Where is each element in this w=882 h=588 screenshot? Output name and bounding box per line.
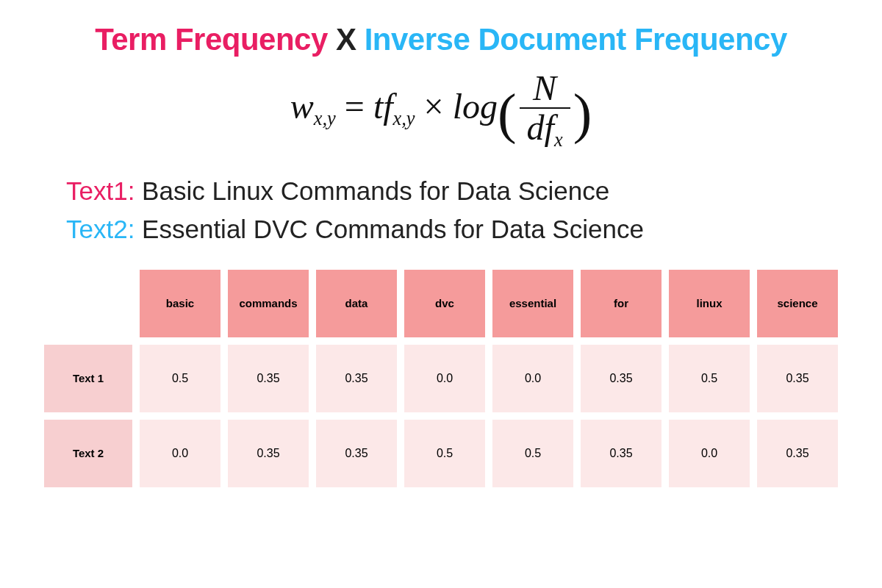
formula-frac-den: dfx: [520, 109, 570, 150]
table-cell: 0.0: [492, 345, 573, 412]
table-row-label: Text 1: [44, 345, 132, 412]
table-cell: 0.35: [228, 345, 309, 412]
page-title: Term Frequency X Inverse Document Freque…: [29, 22, 853, 57]
formula-eq: =: [336, 87, 373, 126]
table-column-header: data: [316, 270, 397, 337]
title-part-tf: Term Frequency: [95, 22, 328, 57]
table-cell: 0.35: [228, 420, 309, 487]
formula-frac-num: N: [520, 71, 570, 109]
table-cell: 0.5: [140, 345, 220, 412]
table-cell: 0.5: [404, 420, 485, 487]
table-column-header: basic: [140, 270, 220, 337]
table-cell: 0.0: [669, 420, 750, 487]
table-column-header: for: [581, 270, 662, 337]
table-row-label: Text 2: [44, 420, 132, 487]
formula-close-paren: ): [573, 82, 592, 145]
example-text-2: Text2: Essential DVC Commands for Data S…: [66, 210, 853, 249]
table-cell: 0.35: [316, 345, 397, 412]
table-cell: 0.35: [757, 420, 838, 487]
tfidf-table: basiccommandsdatadvcessentialforlinuxsci…: [44, 270, 838, 487]
table-column-header: linux: [669, 270, 750, 337]
table-column-header: commands: [228, 270, 309, 337]
example-texts: Text1: Basic Linux Commands for Data Sci…: [66, 172, 853, 249]
formula-tf-var: tf: [373, 87, 393, 126]
formula-times: ×: [415, 87, 453, 126]
formula-tf-sub: x,y: [393, 107, 415, 129]
table-cell: 0.0: [140, 420, 220, 487]
formula-open-paren: (: [498, 82, 517, 145]
text2-label: Text2:: [66, 215, 135, 243]
table-cell: 0.35: [581, 420, 662, 487]
title-separator: X: [328, 22, 365, 57]
text2-content: Essential DVC Commands for Data Science: [135, 215, 644, 243]
text1-label: Text1:: [66, 176, 135, 205]
table-column-header: dvc: [404, 270, 485, 337]
table-cell: 0.5: [492, 420, 573, 487]
example-text-1: Text1: Basic Linux Commands for Data Sci…: [66, 172, 853, 211]
table-cell: 0.35: [757, 345, 838, 412]
table-cell: 0.5: [669, 345, 750, 412]
tfidf-formula: wx,y = tfx,y × log(Ndfx): [29, 71, 853, 150]
formula-lhs-var: w: [290, 87, 314, 126]
table-column-header: science: [757, 270, 838, 337]
formula-lhs-sub: x,y: [314, 107, 336, 129]
table-cell: 0.0: [404, 345, 485, 412]
title-part-idf: Inverse Document Frequency: [365, 22, 787, 57]
text1-content: Basic Linux Commands for Data Science: [135, 176, 609, 205]
table-cell: 0.35: [316, 420, 397, 487]
table-column-header: essential: [492, 270, 573, 337]
table-cell: 0.35: [581, 345, 662, 412]
table-corner: [44, 270, 132, 337]
formula-fraction: Ndfx: [520, 71, 570, 150]
formula-log: log: [453, 87, 498, 126]
